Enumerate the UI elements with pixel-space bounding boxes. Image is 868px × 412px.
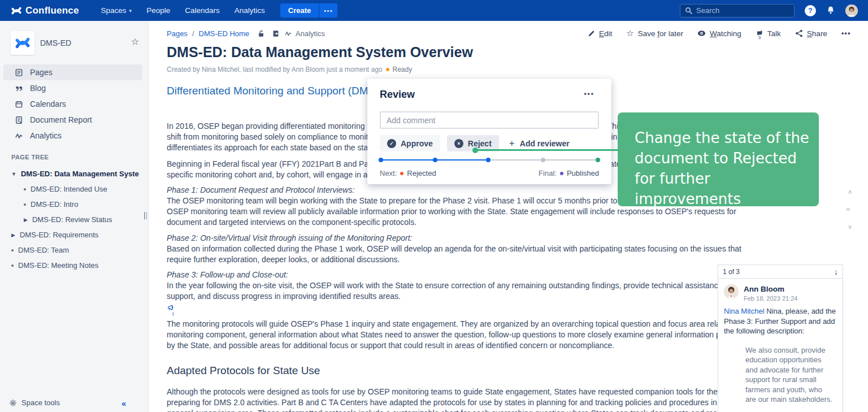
space-logo[interactable] (11, 31, 34, 55)
page-title: DMS-ED: Data Management System Overview (167, 44, 473, 60)
phase2-heading: Phase 2: On-site/Virtual Visit through i… (167, 233, 753, 244)
sidebar-item-calendars[interactable]: Calendars (3, 96, 142, 112)
scroll-up-icon[interactable]: ∧ (848, 188, 852, 196)
brand-name: Confluence (25, 5, 79, 16)
mention-link[interactable]: Nina Mitchel (724, 307, 765, 315)
tree-item-intro[interactable]: DMS-ED: Intro (0, 197, 148, 212)
document-report-icon (15, 116, 23, 124)
tooltip-connector-line (477, 149, 618, 151)
section-heading-adapted: Adapted Protocols for State Use (167, 365, 753, 377)
chevron-down-icon: ▾ (129, 8, 132, 14)
approve-button[interactable]: ✓ Approve (380, 135, 440, 151)
share-button[interactable]: Share (795, 29, 827, 38)
help-button[interactable]: ? (805, 5, 816, 16)
approve-check-icon: ✓ (387, 139, 396, 148)
user-avatar[interactable] (845, 5, 858, 17)
tree-item-review-status[interactable]: ▶ DMS-ED: Review Status (0, 212, 148, 227)
scroll-down-icon[interactable]: ∨ (848, 223, 852, 231)
commenter-avatar[interactable] (724, 284, 739, 299)
export-document-icon[interactable] (272, 29, 280, 38)
nav-more-button[interactable]: ••• (319, 3, 337, 18)
space-tools-label: Space tools (21, 398, 60, 407)
nav-calendars[interactable]: Calendars (185, 6, 220, 15)
tree-item-team[interactable]: DMS-ED: Team (0, 242, 148, 258)
gear-icon (9, 399, 17, 407)
sidebar-item-document-report[interactable]: Document Report (3, 112, 142, 128)
comment-card: Ann Bloom Feb 18, 2023 21:24 Nina Mitche… (718, 279, 843, 412)
sidebar-item-blog[interactable]: Blog (3, 80, 142, 96)
nav-analytics[interactable]: Analytics (235, 6, 265, 15)
rejected-status-icon (400, 172, 403, 175)
sidebar-item-analytics[interactable]: Analytics (3, 128, 142, 144)
bullet-icon (11, 264, 14, 267)
review-dialog: Review ••• ✓ Approve × Reject + Add revi… (367, 79, 611, 184)
collapse-sidebar-button[interactable]: « (121, 398, 126, 408)
search-input[interactable] (696, 6, 787, 15)
tree-item-meeting-notes[interactable]: DMS-ED: Meeting Notes (0, 258, 148, 273)
favorite-star-icon[interactable]: ☆ (131, 36, 139, 47)
nav-people[interactable]: People (146, 6, 170, 15)
breadcrumb-home-link[interactable]: DMS-ED Home (199, 29, 250, 38)
phase3-heading: Phase 3: Follow-up and Close-out: (167, 270, 753, 280)
search-icon (685, 7, 692, 14)
tree-item-intended-use[interactable]: DMS-ED: Intended Use (0, 181, 148, 197)
tooltip-line: for further improvements (635, 168, 819, 209)
commenter-name[interactable]: Ann Bloom (744, 284, 797, 293)
pencil-icon (588, 30, 595, 37)
review-dialog-menu-button[interactable]: ••• (584, 90, 594, 98)
unlocked-icon[interactable] (257, 29, 265, 38)
create-button[interactable]: Create (280, 3, 319, 18)
talk-button[interactable]: 3 Talk (756, 29, 781, 38)
workflow-step-dot[interactable] (486, 158, 491, 162)
confluence-logo[interactable]: Confluence (11, 5, 79, 16)
watching-button[interactable]: Watching (697, 29, 741, 38)
paragraph-line: support, and discuss progress in improvi… (167, 291, 753, 302)
status-badge[interactable]: Ready (393, 66, 413, 73)
workflow-step-dot[interactable] (541, 158, 545, 162)
breadcrumb-pages-link[interactable]: Pages (167, 29, 188, 38)
chevron-right-icon: ▶ (24, 217, 28, 223)
more-actions-button[interactable]: ••• (841, 29, 851, 37)
add-reviewer-button[interactable]: + Add reviewer (509, 138, 570, 149)
sidebar-item-pages[interactable]: Pages (3, 64, 142, 80)
bullet-icon (24, 188, 26, 190)
tree-item-current-page[interactable]: ▼ DMS-ED: Data Management Syste (0, 166, 148, 181)
sidebar-item-label: Analytics (30, 131, 62, 140)
space-tools-button[interactable]: Space tools (9, 398, 60, 407)
tree-item-requirements[interactable]: ▶ DMS-ED: Requirements (0, 227, 148, 242)
page-actions: Edit ☆ Save for later Watching 3 Talk Sh… (588, 28, 851, 38)
workflow-step-dot[interactable] (379, 158, 383, 162)
workflow-states: Next: Rejected Final: Published (380, 169, 599, 177)
add-comment-input[interactable] (380, 111, 599, 129)
review-dialog-title: Review (380, 89, 415, 101)
pages-icon (15, 68, 23, 77)
collapse-panel-icon[interactable]: » (846, 205, 850, 213)
paragraph-line: preparing for DMS 2.0 activities. Part B… (167, 397, 753, 408)
sidebar-item-label: Blog (30, 84, 46, 93)
nav-spaces[interactable]: Spaces▾ (101, 6, 132, 15)
workflow-step-dot[interactable] (433, 158, 437, 162)
breadcrumb: Pages / DMS-ED Home Analytics (167, 29, 325, 38)
sidebar-resize-handle[interactable] (144, 212, 147, 219)
status-ready-icon (386, 68, 389, 71)
global-search[interactable] (680, 4, 795, 18)
paragraph-line: by the State, and possible areas for add… (167, 340, 753, 351)
workflow-step-dot[interactable] (596, 158, 600, 162)
paragraph-line: general supervision area. These reformat… (167, 408, 753, 412)
notifications-bell-icon[interactable] (826, 6, 835, 15)
sidebar-item-label: Pages (30, 68, 53, 77)
paragraph-line: document and targeted interviews on the … (167, 217, 753, 228)
page-analytics-link[interactable]: Analytics (284, 29, 325, 38)
paragraph-line: require further exploration, deeper look… (167, 254, 753, 265)
space-name: DMS-ED (40, 38, 71, 47)
top-navigation: Confluence Spaces▾ People Calendars Anal… (0, 0, 868, 21)
talk-count-badge: 3 (758, 35, 761, 40)
save-for-later-button[interactable]: ☆ Save for later (626, 28, 683, 38)
inline-comment-marker[interactable]: 1 (167, 304, 178, 316)
next-comment-arrow-icon[interactable]: ↓ (834, 267, 838, 276)
analytics-icon (284, 30, 292, 37)
megaphone-icon (167, 304, 175, 312)
edit-button[interactable]: Edit (588, 29, 612, 38)
space-sidebar: DMS-ED ☆ Pages Blog Calendars Document (0, 21, 149, 412)
page-tree: ▼ DMS-ED: Data Management Syste DMS-ED: … (0, 166, 148, 273)
